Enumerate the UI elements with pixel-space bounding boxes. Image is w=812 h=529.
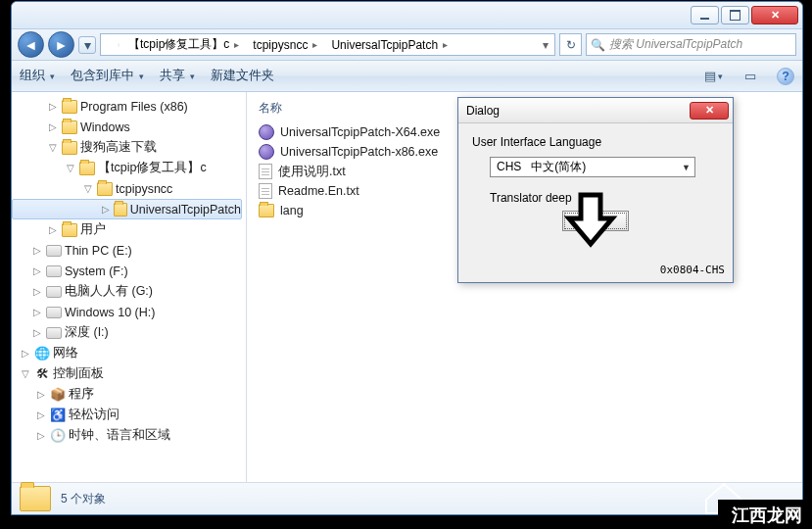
file-name: Readme.En.txt <box>278 184 359 198</box>
dialog-titlebar[interactable]: Dialog ✕ <box>458 98 733 123</box>
language-combobox[interactable]: CHS 中文(简体) ▼ <box>490 157 695 177</box>
view-options-button[interactable]: ▤ <box>702 66 724 87</box>
search-icon: 🔍 <box>591 38 605 52</box>
tree-node[interactable]: ▷用户 <box>12 219 246 240</box>
tree-node[interactable]: ▷Program Files (x86) <box>12 96 246 117</box>
folder-icon <box>103 43 119 46</box>
dialog-close-button[interactable]: ✕ <box>690 102 729 120</box>
tree-label: tcpipysncc <box>116 182 172 196</box>
search-input[interactable]: 🔍 搜索 UniversalTcpipPatch <box>586 33 796 56</box>
file-name: 使用说明.txt <box>278 164 346 180</box>
translator-label: Translator deep <box>490 191 719 205</box>
address-bar[interactable]: 【tcpip修复工具】c tcpipysncc UniversalTcpipPa… <box>100 33 555 56</box>
tree-label: 深度 (I:) <box>65 324 109 341</box>
folder-icon <box>62 120 77 134</box>
folder-icon <box>20 486 51 511</box>
tree-label: Program Files (x86) <box>80 100 188 114</box>
maximize-button[interactable] <box>721 6 749 24</box>
tree-label: UniversalTcpipPatch <box>130 203 241 216</box>
tree-label: Windows <box>80 120 130 134</box>
tree-node[interactable]: ▷📦程序 <box>12 384 246 405</box>
status-bar: 5 个对象 <box>12 482 802 514</box>
tree-label: 网络 <box>53 345 78 361</box>
tree-label: System (F:) <box>65 264 128 278</box>
folder-icon <box>62 141 77 155</box>
folder-icon <box>97 182 113 196</box>
tree-label: 轻松访问 <box>69 407 119 423</box>
locale-code-label: 0x0804-CHS <box>660 264 725 276</box>
network-icon: 🌐 <box>34 346 50 361</box>
breadcrumb-seg[interactable]: tcpipysncc <box>245 34 323 55</box>
tree-label: Thin PC (E:) <box>65 244 132 258</box>
tree-node-selected[interactable]: ▷UniversalTcpipPatch <box>12 199 242 219</box>
text-file-icon <box>259 164 272 179</box>
back-button[interactable]: ◄ <box>18 31 44 58</box>
watermark-text: 江西龙网 <box>718 500 812 529</box>
control-panel-icon: 🛠 <box>34 366 50 382</box>
window-titlebar[interactable] <box>12 2 802 29</box>
combo-text: 中文(简体) <box>531 160 586 173</box>
file-name: lang <box>280 204 304 217</box>
exe-icon <box>259 144 274 160</box>
include-library-button[interactable]: 包含到库中 <box>71 68 144 84</box>
tree-label: 程序 <box>69 386 94 403</box>
drive-icon <box>46 265 62 277</box>
folder-icon <box>62 223 77 237</box>
tree-node[interactable]: ▽搜狗高速下载 <box>12 137 246 158</box>
organize-button[interactable]: 组织 <box>20 68 55 84</box>
folder-icon <box>114 203 127 216</box>
tree-label: Windows 10 (H:) <box>65 306 155 319</box>
tree-node[interactable]: ▷Windows 10 (H:) <box>12 302 246 322</box>
breadcrumb-seg[interactable]: 【tcpip修复工具】c <box>120 34 245 55</box>
language-dialog: Dialog ✕ User Interface Language CHS 中文(… <box>457 97 734 283</box>
tree-node[interactable]: ▷🕒时钟、语言和区域 <box>12 425 246 446</box>
dialog-body: User Interface Language CHS 中文(简体) ▼ Tra… <box>458 123 733 243</box>
tree-label: 用户 <box>80 221 106 238</box>
preview-pane-button[interactable]: ▭ <box>740 66 761 87</box>
programs-icon: 📦 <box>50 387 66 403</box>
address-row: ◄ ► ▾ 【tcpip修复工具】c tcpipysncc UniversalT… <box>12 29 802 61</box>
close-button[interactable] <box>751 6 798 24</box>
forward-button[interactable]: ► <box>48 31 74 58</box>
file-name: UniversalTcpipPatch-X64.exe <box>280 125 440 139</box>
status-count: 5 个对象 <box>61 491 106 507</box>
tree-label: 搜狗高速下载 <box>80 139 157 156</box>
navigation-tree[interactable]: ▷Program Files (x86) ▷Windows ▽搜狗高速下载 ▽【… <box>12 92 247 482</box>
share-button[interactable]: 共享 <box>160 68 195 84</box>
language-label: User Interface Language <box>472 135 719 149</box>
folder-icon <box>259 204 274 217</box>
tree-node[interactable]: ▷🌐网络 <box>12 343 246 363</box>
combo-code: CHS <box>497 160 521 173</box>
ok-button[interactable]: OK <box>562 211 629 231</box>
minimize-button[interactable] <box>691 6 719 24</box>
folder-icon <box>62 100 77 114</box>
tree-node[interactable]: ▽tcpipysncc <box>12 178 246 199</box>
tree-node[interactable]: ▷电脑人人有 (G:) <box>12 281 246 302</box>
clock-region-icon: 🕒 <box>50 428 66 444</box>
tree-node[interactable]: ▽🛠控制面板 <box>12 363 246 384</box>
drive-icon <box>46 327 62 339</box>
dialog-title: Dialog <box>466 104 500 118</box>
file-name: UniversalTcpipPatch-x86.exe <box>280 145 438 159</box>
new-folder-button[interactable]: 新建文件夹 <box>211 68 274 84</box>
exe-icon <box>259 124 274 140</box>
search-placeholder: 搜索 UniversalTcpipPatch <box>609 36 742 53</box>
breadcrumb-seg[interactable]: UniversalTcpipPatch <box>323 34 454 55</box>
tree-node[interactable]: ▽【tcpip修复工具】c <box>12 158 246 178</box>
tree-node[interactable]: ▷System (F:) <box>12 261 246 281</box>
drive-icon <box>46 307 62 318</box>
refresh-button[interactable]: ↻ <box>559 33 582 56</box>
command-toolbar: 组织 包含到库中 共享 新建文件夹 ▤ ▭ ? <box>12 61 802 92</box>
text-file-icon <box>259 183 272 199</box>
tree-node[interactable]: ▷Thin PC (E:) <box>12 240 246 261</box>
tree-label: 电脑人人有 (G:) <box>65 283 153 300</box>
tree-label: 控制面板 <box>53 365 104 382</box>
tree-node[interactable]: ▷深度 (I:) <box>12 322 246 343</box>
tree-label: 时钟、语言和区域 <box>69 427 170 444</box>
breadcrumb-dropdown[interactable]: ▾ <box>537 38 554 52</box>
drive-icon <box>46 245 62 257</box>
nav-history-button[interactable]: ▾ <box>78 36 96 54</box>
help-button[interactable]: ? <box>777 68 794 85</box>
tree-node[interactable]: ▷♿轻松访问 <box>12 405 246 425</box>
tree-node[interactable]: ▷Windows <box>12 117 246 137</box>
